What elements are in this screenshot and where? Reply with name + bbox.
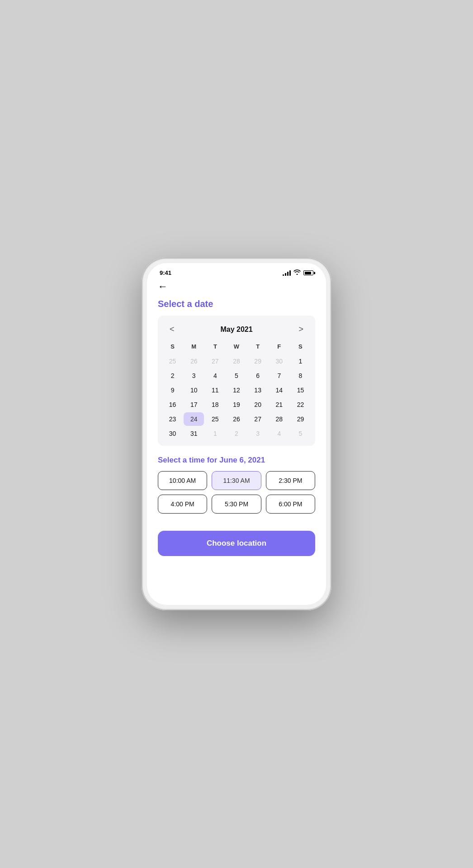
- cal-day[interactable]: 21: [269, 398, 289, 411]
- calendar-prev-button[interactable]: <: [166, 323, 178, 336]
- cal-day[interactable]: 30: [162, 427, 183, 440]
- time-slot-400pm[interactable]: 4:00 PM: [158, 495, 207, 514]
- status-bar: 9:41: [147, 263, 326, 276]
- time-slot-530pm[interactable]: 5:30 PM: [212, 495, 261, 514]
- cal-day[interactable]: 19: [226, 398, 246, 411]
- cal-day[interactable]: 20: [248, 398, 268, 411]
- calendar-next-button[interactable]: >: [295, 323, 307, 336]
- cal-day[interactable]: 4: [269, 427, 289, 440]
- cal-day[interactable]: 23: [162, 412, 183, 426]
- cal-day[interactable]: 26: [226, 412, 246, 426]
- cal-day[interactable]: 27: [248, 412, 268, 426]
- battery-icon: [303, 270, 313, 275]
- cal-day[interactable]: 2: [162, 369, 183, 382]
- choose-location-button[interactable]: Choose location: [158, 531, 315, 556]
- cal-day[interactable]: 17: [184, 398, 204, 411]
- cal-day[interactable]: 16: [162, 398, 183, 411]
- back-button[interactable]: ←: [158, 281, 315, 292]
- time-slot-600pm[interactable]: 6:00 PM: [266, 495, 315, 514]
- cal-day[interactable]: 31: [184, 427, 204, 440]
- phone-frame: 9:41: [142, 258, 331, 610]
- cal-day[interactable]: 28: [226, 354, 246, 368]
- cal-day[interactable]: 4: [205, 369, 225, 382]
- time-slot-1000am[interactable]: 10:00 AM: [158, 471, 207, 490]
- phone-screen: 9:41: [147, 263, 326, 605]
- select-time-title: Select a time for June 6, 2021: [158, 456, 315, 465]
- cal-day[interactable]: 5: [226, 369, 246, 382]
- cal-day[interactable]: 29: [290, 412, 311, 426]
- cal-day[interactable]: 10: [184, 383, 204, 397]
- time-grid: 10:00 AM 11:30 AM 2:30 PM 4:00 PM 5:30 P…: [158, 471, 315, 514]
- time-slot-1130am[interactable]: 11:30 AM: [212, 471, 261, 490]
- cal-day[interactable]: 3: [184, 369, 204, 382]
- cal-day[interactable]: 25: [205, 412, 225, 426]
- calendar-month-label: May 2021: [220, 326, 252, 334]
- cal-day[interactable]: 9: [162, 383, 183, 397]
- status-icons: [283, 269, 313, 276]
- cal-day[interactable]: 12: [226, 383, 246, 397]
- content-area: ← Select a date < May 2021 > S M T W T: [147, 276, 326, 605]
- cal-day[interactable]: 6: [248, 369, 268, 382]
- wifi-icon: [293, 269, 301, 276]
- calendar: < May 2021 > S M T W T F S 25 26 27: [158, 316, 315, 446]
- cal-day[interactable]: 27: [205, 354, 225, 368]
- cal-day[interactable]: 15: [290, 383, 311, 397]
- back-arrow-icon: ←: [158, 281, 168, 292]
- calendar-grid: S M T W T F S 25 26 27 28 29 30 1 2: [162, 341, 311, 440]
- cal-day[interactable]: 1: [290, 354, 311, 368]
- cal-day[interactable]: 25: [162, 354, 183, 368]
- cal-day[interactable]: 29: [248, 354, 268, 368]
- cal-day[interactable]: 5: [290, 427, 311, 440]
- select-date-title: Select a date: [158, 299, 315, 309]
- calendar-header: < May 2021 >: [162, 321, 311, 341]
- day-name-wed: W: [226, 341, 246, 354]
- day-name-sun: S: [162, 341, 183, 354]
- signal-icon: [283, 270, 291, 276]
- cal-day-selected[interactable]: 24: [184, 412, 204, 426]
- day-name-fri: F: [269, 341, 289, 354]
- cal-day[interactable]: 28: [269, 412, 289, 426]
- cal-day[interactable]: 30: [269, 354, 289, 368]
- cal-day[interactable]: 1: [205, 427, 225, 440]
- cal-day[interactable]: 7: [269, 369, 289, 382]
- status-time: 9:41: [160, 269, 171, 276]
- cal-day[interactable]: 18: [205, 398, 225, 411]
- cal-day[interactable]: 26: [184, 354, 204, 368]
- cal-day[interactable]: 8: [290, 369, 311, 382]
- day-name-thu: T: [248, 341, 268, 354]
- day-name-tue: T: [205, 341, 225, 354]
- cal-day[interactable]: 2: [226, 427, 246, 440]
- cal-day[interactable]: 11: [205, 383, 225, 397]
- cal-day[interactable]: 22: [290, 398, 311, 411]
- day-name-mon: M: [184, 341, 204, 354]
- cal-day[interactable]: 14: [269, 383, 289, 397]
- time-slot-230pm[interactable]: 2:30 PM: [266, 471, 315, 490]
- cal-day[interactable]: 13: [248, 383, 268, 397]
- day-name-sat: S: [290, 341, 311, 354]
- cal-day[interactable]: 3: [248, 427, 268, 440]
